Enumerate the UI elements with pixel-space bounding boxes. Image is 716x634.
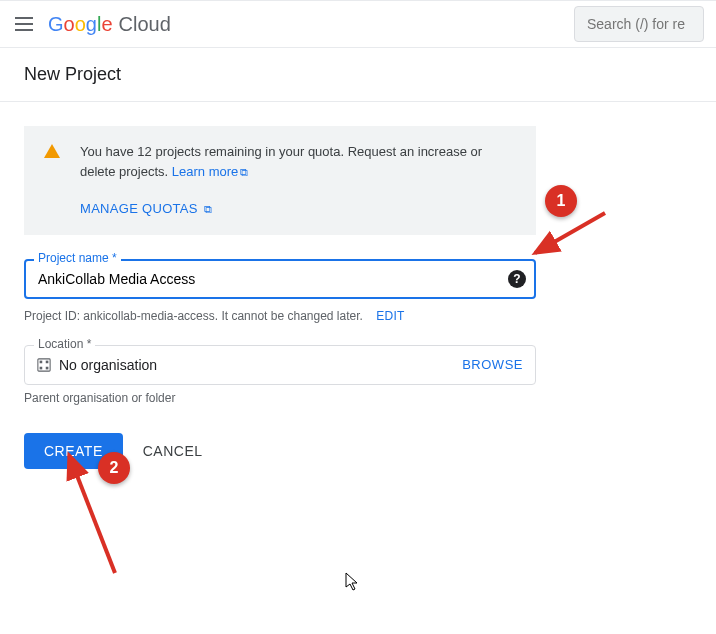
browse-button[interactable]: BROWSE xyxy=(462,357,523,372)
external-link-icon: ⧉ xyxy=(240,166,248,178)
quota-notice: You have 12 projects remaining in your q… xyxy=(24,126,536,235)
project-id-row: Project ID: ankicollab-media-access. It … xyxy=(24,309,536,323)
search-input[interactable] xyxy=(574,6,704,42)
learn-more-link[interactable]: Learn more⧉ xyxy=(172,164,248,179)
help-icon[interactable]: ? xyxy=(508,270,526,288)
search-container xyxy=(574,6,704,42)
project-id-text: Project ID: ankicollab-media-access. It … xyxy=(24,309,363,323)
project-name-field: Project name * ? xyxy=(24,259,536,299)
logo-cloud-text: Cloud xyxy=(119,13,171,36)
menu-icon[interactable] xyxy=(12,12,36,36)
top-bar: Google Cloud xyxy=(0,0,716,48)
content: You have 12 projects remaining in your q… xyxy=(0,102,560,493)
warning-icon xyxy=(44,144,60,158)
location-input[interactable]: No organisation BROWSE xyxy=(24,345,536,385)
logo[interactable]: Google Cloud xyxy=(48,13,171,36)
svg-rect-3 xyxy=(40,366,43,369)
svg-rect-4 xyxy=(46,366,49,369)
manage-quotas-link[interactable]: MANAGE QUOTAS ⧉ xyxy=(80,199,520,219)
svg-rect-1 xyxy=(40,360,43,363)
annotation-badge-1: 1 xyxy=(545,185,577,217)
edit-project-id-link[interactable]: EDIT xyxy=(376,309,405,323)
page-title: New Project xyxy=(24,64,692,85)
project-name-input[interactable] xyxy=(24,259,536,299)
organisation-icon xyxy=(37,358,51,372)
cancel-button[interactable]: CANCEL xyxy=(143,443,203,459)
project-name-label: Project name * xyxy=(34,251,121,265)
annotation-badge-2: 2 xyxy=(98,452,130,484)
notice-text: You have 12 projects remaining in your q… xyxy=(80,144,482,179)
svg-rect-2 xyxy=(46,360,49,363)
page-title-row: New Project xyxy=(0,48,716,102)
location-value: No organisation xyxy=(59,357,157,373)
location-field: Location * No organisation BROWSE xyxy=(24,345,536,385)
location-helper-text: Parent organisation or folder xyxy=(24,391,536,405)
location-label: Location * xyxy=(34,337,95,351)
external-link-icon: ⧉ xyxy=(204,203,212,215)
cursor-icon xyxy=(345,572,361,592)
